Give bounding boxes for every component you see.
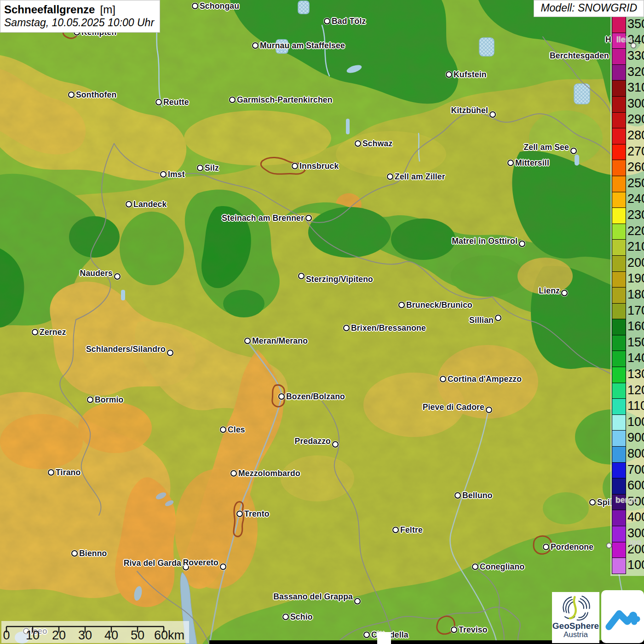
city-label: Rovereto — [183, 558, 218, 568]
mountain-cloud-icon — [604, 599, 641, 635]
city-marker — [160, 171, 167, 178]
clipped-city-label: H — [605, 35, 611, 45]
city-marker — [87, 397, 93, 403]
city-label: Schlanders/Silandro — [86, 345, 166, 354]
legend-segment-2300 — [612, 207, 626, 224]
city-marker — [192, 3, 198, 9]
legend-tick-1100: 1100 — [627, 398, 644, 414]
legend-segment-600 — [612, 478, 626, 494]
legend-tick-2900: 2900 — [627, 112, 644, 128]
title-unit-value: [m] — [100, 3, 115, 16]
city-label: Murnau am Staffelsee — [260, 41, 345, 51]
geosphere-swirl-icon — [556, 593, 596, 622]
city-label: Kitzbühel — [451, 106, 488, 115]
city-label: Sonthofen — [76, 90, 116, 100]
city-marker — [495, 315, 501, 321]
city-marker — [570, 148, 577, 154]
legend-tick-2200: 2200 — [627, 223, 644, 239]
city-marker — [561, 290, 568, 296]
legend-segment-2500 — [612, 176, 626, 192]
city-marker — [298, 273, 305, 279]
city-label: Meran/Merano — [252, 336, 308, 346]
city-label: Zernez — [40, 328, 66, 337]
city-label: Tirano — [56, 468, 80, 477]
scalebar: 0102030405060km — [1, 621, 189, 643]
legend-segment-1400 — [612, 351, 626, 367]
legend-segment-2000 — [612, 255, 626, 271]
legend-segment-1200 — [612, 383, 626, 399]
city-label: Treviso — [459, 625, 488, 635]
city-label: Mezzolombardo — [238, 469, 300, 478]
city-marker — [230, 470, 237, 477]
legend-segment-2700 — [612, 144, 626, 160]
city-marker — [324, 18, 330, 24]
city-label: Matrei in Osttirol — [452, 236, 518, 246]
legend-segment-2200 — [612, 224, 626, 240]
legend-tick-600: 600 — [627, 477, 644, 494]
geosphere-logo: GeoSphere Austria — [552, 592, 599, 643]
city-marker — [440, 376, 446, 382]
city-label: Landeck — [133, 200, 167, 209]
city-label: Predazzo — [295, 437, 331, 446]
city-label: Kufstein — [454, 70, 487, 80]
city-label: Trento — [244, 509, 270, 519]
legend-segment-1300 — [612, 367, 626, 383]
map-datetime: Samstag, 10.05.2025 10:00 Uhr — [4, 16, 154, 29]
city-marker — [486, 407, 492, 413]
clipped-city-label: bergo — [615, 495, 638, 505]
legend-tick-2000: 2000 — [627, 255, 644, 271]
city-marker — [278, 393, 285, 400]
city-label: Riva del Garda — [124, 558, 181, 568]
geosphere-country: Austria — [564, 631, 588, 639]
legend-tick-400: 400 — [627, 510, 644, 526]
legend-segment-2900 — [612, 112, 626, 128]
legend-tick-2800: 2800 — [627, 127, 644, 144]
city-label: Imst — [168, 170, 185, 179]
clipped-label-box — [377, 632, 391, 644]
legend-tick-1900: 1900 — [627, 271, 644, 287]
scalebar-label-60km: 60km — [151, 628, 188, 643]
city-marker — [363, 632, 370, 638]
city-label: Bruneck/Brunico — [406, 300, 472, 310]
city-label: Schio — [290, 612, 313, 622]
city-marker — [32, 329, 38, 335]
legend-tick-3500: 3500 — [627, 16, 644, 32]
city-label: Mittersill — [515, 158, 549, 168]
city-marker — [589, 499, 596, 506]
city-marker — [220, 426, 226, 433]
city-marker — [519, 241, 525, 247]
legend-segment-700 — [612, 462, 626, 478]
city-label: Belluno — [462, 491, 493, 500]
legend-tick-800: 800 — [627, 446, 644, 462]
title-unit — [97, 3, 100, 16]
city-label: Bad Tölz — [332, 17, 366, 26]
city-marker — [244, 338, 251, 344]
city-label: Zell am See — [523, 143, 569, 152]
legend-segment-2100 — [612, 239, 626, 255]
partner-logo — [601, 590, 644, 643]
city-label: Zell am Ziller — [395, 172, 445, 182]
legend-tick-1600: 1600 — [627, 318, 644, 334]
legend-segment-1000 — [612, 414, 626, 431]
city-label: Schwaz — [362, 139, 392, 149]
city-marker — [282, 614, 289, 620]
city-label: Pordenone — [551, 542, 593, 552]
city-label: Berchtesgaden — [550, 51, 609, 61]
scalebar-label-50: 50 — [119, 628, 156, 643]
city-label: Bassano del Grappa — [273, 592, 353, 602]
legend-segment-1900 — [612, 271, 626, 288]
legend-segment-2800 — [612, 128, 626, 144]
title-box: Schneefallgrenze [m] Samstag, 10.05.2025… — [0, 0, 160, 33]
weather-map-page: SchongauBad TölzKemptenMurnau am Staffel… — [0, 0, 644, 644]
legend-tick-1400: 1400 — [627, 351, 644, 367]
legend-segment-3000 — [612, 96, 626, 112]
city-marker — [292, 163, 298, 169]
legend-segment-1500 — [612, 335, 626, 351]
legend-segment-3200 — [612, 64, 626, 80]
city-label: Sillian — [469, 316, 494, 325]
legend-segment-1800 — [612, 287, 626, 303]
city-marker — [387, 173, 393, 180]
city-marker — [252, 42, 259, 49]
city-label: Garmisch-Partenkirchen — [237, 95, 333, 105]
legend-tick-1500: 1500 — [627, 334, 644, 351]
